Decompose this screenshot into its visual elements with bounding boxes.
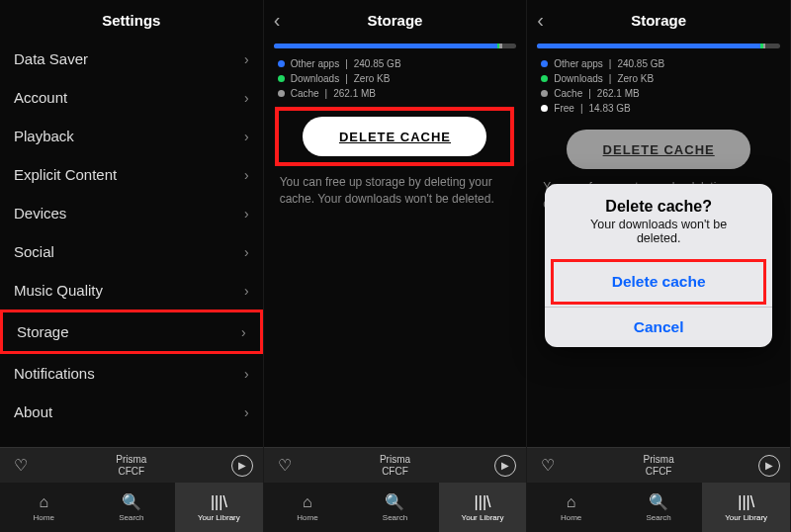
tab-library[interactable]: |||\Your Library [439, 483, 527, 532]
tab-bar: ⌂Home 🔍Search |||\Your Library [527, 483, 790, 532]
page-title: Storage [368, 12, 423, 29]
tab-home[interactable]: ⌂Home [0, 483, 88, 532]
search-icon: 🔍 [649, 492, 668, 511]
tab-library[interactable]: |||\Your Library [702, 483, 790, 532]
dot-icon [541, 75, 548, 82]
chevron-right-icon: › [244, 206, 249, 222]
legend-cache: Cache | 262.1 MB [527, 86, 790, 101]
legend-downloads: Downloads | Zero KB [527, 71, 790, 86]
legend-downloads: Downloads | Zero KB [264, 71, 527, 86]
panel-settings: Settings Data Saver› Account› Playback› … [0, 0, 264, 532]
dot-icon [278, 60, 285, 67]
home-icon: ⌂ [567, 493, 576, 511]
dialog-confirm-button[interactable]: Delete cache [551, 259, 766, 305]
row-storage[interactable]: Storage› [0, 310, 263, 354]
now-playing-bar[interactable]: ♡ PrismaCFCF ▶ [527, 447, 790, 483]
legend-cache: Cache | 262.1 MB [264, 86, 527, 101]
row-social[interactable]: Social› [0, 232, 263, 271]
library-icon: |||\ [475, 493, 491, 511]
row-about[interactable]: About› [0, 393, 263, 431]
now-playing-bar[interactable]: ♡ PrismaCFCF ▶ [264, 447, 527, 483]
now-playing-text: PrismaCFCF [559, 454, 758, 477]
home-icon: ⌂ [39, 493, 48, 511]
row-playback[interactable]: Playback› [0, 117, 263, 155]
tab-bar: ⌂Home 🔍Search |||\Your Library [0, 483, 263, 532]
library-icon: |||\ [211, 493, 227, 511]
chevron-right-icon: › [244, 283, 249, 299]
row-explicit[interactable]: Explicit Content› [0, 155, 263, 194]
delete-cache-button[interactable]: DELETE CACHE [567, 130, 750, 169]
chevron-right-icon: › [244, 244, 249, 260]
header: ‹ Storage [527, 0, 790, 40]
storage-bar [537, 44, 780, 48]
play-icon[interactable]: ▶ [494, 455, 516, 477]
row-notifications[interactable]: Notifications› [0, 354, 263, 393]
chevron-right-icon: › [244, 404, 249, 420]
legend-other-apps: Other apps | 240.85 GB [527, 56, 790, 71]
play-icon[interactable]: ▶ [758, 455, 780, 477]
panel-storage: ‹ Storage Other apps | 240.85 GB Downloa… [264, 0, 528, 532]
dot-icon [278, 75, 285, 82]
page-title: Settings [102, 12, 160, 29]
dialog-cancel-button[interactable]: Cancel [545, 307, 772, 347]
legend-free: Free | 14.83 GB [527, 101, 790, 116]
settings-list: Data Saver› Account› Playback› Explicit … [0, 40, 263, 447]
row-devices[interactable]: Devices› [0, 194, 263, 232]
chevron-right-icon: › [241, 324, 246, 340]
dot-icon [278, 90, 285, 97]
delete-cache-button[interactable]: DELETE CACHE [303, 117, 486, 156]
tab-library[interactable]: |||\Your Library [175, 483, 263, 532]
back-icon[interactable]: ‹ [537, 9, 544, 32]
chevron-right-icon: › [244, 167, 249, 183]
tab-search[interactable]: 🔍Search [351, 483, 439, 532]
tab-search[interactable]: 🔍Search [88, 483, 176, 532]
heart-icon[interactable]: ♡ [10, 455, 32, 477]
tab-home[interactable]: ⌂Home [264, 483, 352, 532]
row-music-quality[interactable]: Music Quality› [0, 271, 263, 310]
row-data-saver[interactable]: Data Saver› [0, 40, 263, 78]
storage-bar [274, 44, 517, 48]
tab-bar: ⌂Home 🔍Search |||\Your Library [264, 483, 527, 532]
legend-other-apps: Other apps | 240.85 GB [264, 56, 527, 71]
header: Settings [0, 0, 263, 40]
chevron-right-icon: › [244, 366, 249, 382]
dialog-title: Delete cache? [545, 184, 772, 218]
heart-icon[interactable]: ♡ [274, 455, 296, 477]
confirm-dialog: Delete cache? Your downloads won't be de… [545, 184, 772, 347]
tab-search[interactable]: 🔍Search [615, 483, 703, 532]
chevron-right-icon: › [244, 90, 249, 106]
search-icon: 🔍 [385, 492, 404, 511]
header: ‹ Storage [264, 0, 527, 40]
search-icon: 🔍 [122, 492, 141, 511]
dot-icon [541, 105, 548, 112]
play-icon[interactable]: ▶ [231, 455, 253, 477]
row-account[interactable]: Account› [0, 78, 263, 117]
dot-icon [541, 60, 548, 67]
caption-text: You can free up storage by deleting your… [264, 172, 527, 209]
now-playing-text: PrismaCFCF [32, 454, 231, 477]
now-playing-bar[interactable]: ♡ PrismaCFCF ▶ [0, 447, 263, 483]
back-icon[interactable]: ‹ [274, 9, 281, 32]
panel-storage-dialog: ‹ Storage Other apps | 240.85 GB Downloa… [527, 0, 791, 532]
library-icon: |||\ [738, 493, 754, 511]
highlight-box: DELETE CACHE [275, 107, 514, 166]
dot-icon [541, 90, 548, 97]
chevron-right-icon: › [244, 51, 249, 67]
home-icon: ⌂ [303, 493, 312, 511]
page-title: Storage [631, 12, 686, 29]
chevron-right-icon: › [244, 129, 249, 144]
tab-home[interactable]: ⌂Home [527, 483, 615, 532]
now-playing-text: PrismaCFCF [296, 454, 495, 477]
heart-icon[interactable]: ♡ [537, 455, 559, 477]
dialog-message: Your downloads won't be deleted. [545, 218, 772, 257]
